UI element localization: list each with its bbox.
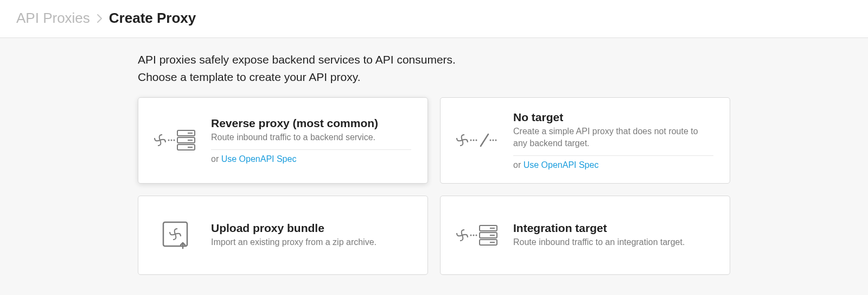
card-body: Integration target Route inbound traffic… [513,222,713,248]
intro-text: API proxies safely expose backend servic… [138,51,730,85]
breadcrumb: API Proxies Create Proxy [16,10,852,27]
intro-line-1: API proxies safely expose backend servic… [138,51,730,68]
svg-line-12 [481,134,488,146]
svg-point-9 [470,140,472,141]
page-title: Create Proxy [109,10,196,27]
or-text: or [513,160,524,170]
integration-target-icon [456,219,499,252]
upload-bundle-icon [154,219,197,252]
no-target-card[interactable]: No target Create a simple API proxy that… [440,97,730,184]
svg-point-10 [473,140,475,141]
card-title: Integration target [513,222,713,235]
card-description: Route inbound traffic to a backend servi… [211,131,411,143]
reverse-proxy-card[interactable]: Reverse proxy (most common) Route inboun… [138,97,428,184]
svg-point-18 [470,234,472,236]
svg-point-1 [171,140,173,141]
use-openapi-spec-link[interactable]: Use OpenAPI Spec [524,160,599,170]
card-description: Import an existing proxy from a zip arch… [211,236,411,248]
card-title: Reverse proxy (most common) [211,117,411,130]
or-text: or [211,154,221,164]
card-alt-row: or Use OpenAPI Spec [513,160,713,170]
use-openapi-spec-link[interactable]: Use OpenAPI Spec [221,154,297,164]
upload-bundle-card[interactable]: Upload proxy bundle Import an existing p… [138,196,428,275]
svg-point-15 [495,140,497,141]
reverse-proxy-icon [154,124,197,156]
card-title: Upload proxy bundle [211,222,411,235]
card-divider [211,149,411,150]
card-body: Reverse proxy (most common) Route inboun… [211,117,411,164]
svg-point-14 [493,140,494,141]
no-target-icon [456,124,499,156]
page-header: API Proxies Create Proxy [0,0,868,38]
svg-point-2 [174,140,175,141]
svg-point-11 [476,140,477,141]
card-description: Route inbound traffic to an integration … [513,236,713,248]
content-area: API proxies safely expose backend servic… [0,38,868,295]
svg-point-19 [473,234,475,236]
card-divider [513,155,713,156]
svg-point-13 [490,140,492,141]
integration-target-card[interactable]: Integration target Route inbound traffic… [440,196,730,275]
svg-point-0 [168,140,170,141]
intro-line-2: Choose a template to create your API pro… [138,68,730,86]
breadcrumb-parent-link[interactable]: API Proxies [16,10,90,27]
card-body: Upload proxy bundle Import an existing p… [211,222,411,248]
card-body: No target Create a simple API proxy that… [513,111,713,170]
card-alt-row: or Use OpenAPI Spec [211,154,411,164]
template-card-grid: Reverse proxy (most common) Route inboun… [138,97,730,275]
svg-point-20 [476,234,477,236]
card-description: Create a simple API proxy that does not … [513,125,713,150]
chevron-right-icon [97,14,103,23]
card-title: No target [513,111,713,124]
